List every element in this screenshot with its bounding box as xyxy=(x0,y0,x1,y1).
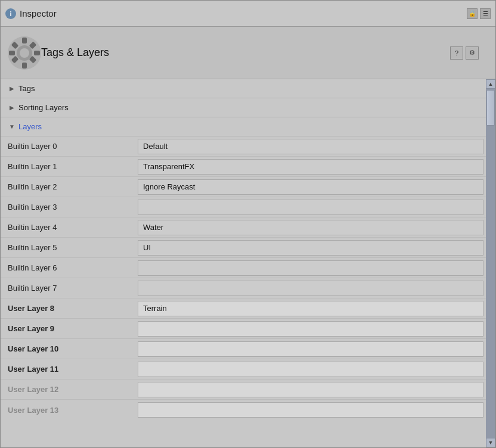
layer-label: Builtin Layer 1 xyxy=(1,162,138,171)
layer-row: User Layer 11 xyxy=(1,359,486,379)
layer-row: Builtin Layer 0 xyxy=(1,136,486,157)
inspector-icon: i xyxy=(5,8,16,19)
layer-value-input[interactable] xyxy=(138,321,483,337)
layers-table: Builtin Layer 0Builtin Layer 1Builtin La… xyxy=(1,136,486,420)
sorting-layers-section-header[interactable]: ▶ Sorting Layers xyxy=(1,98,486,117)
layer-label: User Layer 8 xyxy=(1,304,138,313)
header-actions: ? ⚙ xyxy=(450,46,479,60)
menu-icon[interactable]: ☰ xyxy=(480,8,491,19)
layer-value-input xyxy=(138,159,483,175)
layer-label: Builtin Layer 6 xyxy=(1,263,138,272)
lock-icon[interactable]: 🔒 xyxy=(467,8,478,19)
layer-row: Builtin Layer 3 xyxy=(1,197,486,217)
scrollbar-thumb[interactable] xyxy=(486,90,495,126)
tags-layers-header: Tags & Layers ? ⚙ xyxy=(1,27,495,79)
layer-label: Builtin Layer 3 xyxy=(1,203,138,211)
scroll-down-button[interactable]: ▼ xyxy=(486,438,495,447)
layer-value-input xyxy=(138,220,483,235)
header-title: Tags & Layers xyxy=(41,46,109,59)
layer-row: Builtin Layer 6 xyxy=(1,258,486,278)
layer-label: User Layer 10 xyxy=(1,344,138,353)
layer-label: Builtin Layer 4 xyxy=(1,223,138,232)
main-content: ▶ Tags ▶ Sorting Layers ▼ Layers Builtin… xyxy=(1,79,495,447)
layer-value-input[interactable] xyxy=(138,362,483,377)
inspector-window: i Inspector 🔒 ☰ Tags & xyxy=(0,0,496,448)
layer-value-input[interactable] xyxy=(138,341,483,357)
layer-label: User Layer 13 xyxy=(1,406,138,415)
tags-section-header[interactable]: ▶ Tags xyxy=(1,79,486,98)
layer-row: Builtin Layer 7 xyxy=(1,278,486,298)
settings-button[interactable]: ⚙ xyxy=(466,46,479,60)
sorting-layers-label: Sorting Layers xyxy=(18,103,69,112)
scrollbar-track[interactable] xyxy=(486,89,495,438)
title-bar: i Inspector 🔒 ☰ xyxy=(1,1,495,27)
svg-rect-4 xyxy=(34,51,40,55)
layer-value-input xyxy=(138,179,483,195)
layer-row: Builtin Layer 1 xyxy=(1,157,486,177)
layer-label: Builtin Layer 5 xyxy=(1,243,138,252)
layer-value-input xyxy=(138,200,483,215)
layer-row: User Layer 9 xyxy=(1,319,486,339)
layer-label: User Layer 9 xyxy=(1,324,138,333)
layer-label: Builtin Layer 0 xyxy=(1,142,138,151)
layers-section-header[interactable]: ▼ Layers xyxy=(1,117,486,136)
layer-value-input[interactable] xyxy=(138,301,483,316)
scroll-up-button[interactable]: ▲ xyxy=(486,79,495,89)
layer-label: Builtin Layer 7 xyxy=(1,284,138,293)
tags-arrow: ▶ xyxy=(8,85,16,93)
layer-value-input xyxy=(138,240,483,256)
content-area: ▶ Tags ▶ Sorting Layers ▼ Layers Builtin… xyxy=(1,79,486,447)
layer-value-input[interactable] xyxy=(138,382,483,397)
tags-label: Tags xyxy=(18,84,35,93)
layer-value-input xyxy=(138,281,483,296)
layer-row: User Layer 10 xyxy=(1,339,486,359)
help-button[interactable]: ? xyxy=(450,46,463,60)
svg-rect-1 xyxy=(22,38,27,43)
layer-label: User Layer 11 xyxy=(1,365,138,374)
gear-icon xyxy=(8,36,41,70)
title-bar-controls: 🔒 ☰ xyxy=(467,8,491,19)
layer-value-input xyxy=(138,139,483,154)
sorting-layers-arrow: ▶ xyxy=(8,104,16,112)
layer-row: User Layer 13 xyxy=(1,400,486,420)
svg-point-10 xyxy=(20,48,29,58)
layer-label: User Layer 12 xyxy=(1,385,138,394)
layer-row: Builtin Layer 5 xyxy=(1,238,486,258)
layer-row: Builtin Layer 4 xyxy=(1,217,486,238)
layers-arrow: ▼ xyxy=(8,123,16,131)
layer-value-input[interactable] xyxy=(138,402,483,418)
layers-label: Layers xyxy=(18,122,42,131)
scrollbar: ▲ ▼ xyxy=(486,79,495,447)
layer-label: Builtin Layer 2 xyxy=(1,182,138,191)
layer-row: User Layer 12 xyxy=(1,379,486,400)
layer-row: Builtin Layer 2 xyxy=(1,177,486,197)
layer-row: User Layer 8 xyxy=(1,298,486,319)
svg-rect-2 xyxy=(22,63,27,69)
svg-rect-3 xyxy=(9,51,15,55)
window-title: Inspector xyxy=(20,8,57,18)
layer-value-input xyxy=(138,260,483,276)
